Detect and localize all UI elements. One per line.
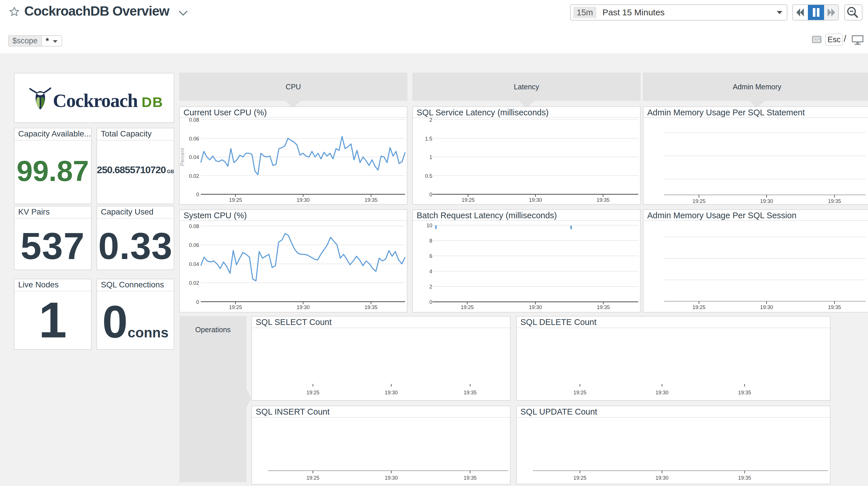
svg-text:0.04: 0.04	[189, 154, 199, 160]
svg-text:DB: DB	[142, 94, 163, 110]
svg-text:0.06: 0.06	[189, 242, 199, 248]
svg-text:1: 1	[429, 154, 432, 160]
svg-text:19:30: 19:30	[297, 197, 309, 203]
svg-text:19:35: 19:35	[597, 305, 610, 310]
svg-text:1.5: 1.5	[425, 136, 432, 142]
svg-text:0.08: 0.08	[189, 224, 199, 229]
svg-text:2: 2	[429, 117, 432, 123]
svg-text:19:35: 19:35	[738, 475, 751, 481]
svg-text:0.08: 0.08	[189, 117, 199, 123]
svg-text:19:35: 19:35	[463, 475, 476, 481]
svg-text:19:35: 19:35	[828, 305, 841, 310]
svg-text:0: 0	[429, 192, 432, 197]
svg-text:19:25: 19:25	[573, 390, 586, 396]
svg-text:19:35: 19:35	[364, 305, 377, 310]
svg-text:19:30: 19:30	[760, 198, 773, 204]
svg-text:19:30: 19:30	[297, 305, 309, 310]
svg-text:0.06: 0.06	[189, 136, 199, 142]
svg-text:0: 0	[429, 299, 432, 305]
svg-text:Cockroach: Cockroach	[53, 90, 138, 111]
svg-text:4: 4	[429, 268, 432, 275]
svg-text:19:25: 19:25	[306, 390, 319, 396]
svg-text:0.5: 0.5	[425, 173, 432, 179]
svg-text:19:25: 19:25	[573, 475, 586, 481]
svg-text:19:25: 19:25	[306, 475, 319, 481]
svg-text:0.02: 0.02	[189, 280, 199, 286]
svg-text:19:30: 19:30	[760, 305, 773, 310]
svg-text:0: 0	[196, 192, 199, 197]
svg-text:0: 0	[196, 299, 199, 305]
svg-text:6: 6	[429, 253, 432, 259]
svg-text:19:25: 19:25	[229, 197, 242, 203]
svg-text:19:30: 19:30	[529, 305, 542, 310]
svg-text:8: 8	[429, 238, 432, 244]
svg-text:19:25: 19:25	[461, 197, 474, 203]
svg-text:19:25: 19:25	[692, 305, 705, 310]
svg-text:19:25: 19:25	[692, 198, 705, 204]
svg-text:19:30: 19:30	[384, 390, 398, 396]
svg-text:19:35: 19:35	[596, 197, 610, 203]
svg-text:0.02: 0.02	[189, 173, 199, 179]
svg-text:19:25: 19:25	[229, 305, 242, 310]
svg-text:2: 2	[429, 284, 432, 290]
svg-text:19:35: 19:35	[738, 390, 751, 396]
svg-text:10: 10	[427, 223, 432, 228]
svg-text:Percent: Percent	[180, 148, 185, 166]
svg-text:19:30: 19:30	[384, 475, 398, 481]
svg-text:19:30: 19:30	[655, 475, 668, 481]
svg-text:0.04: 0.04	[189, 261, 199, 267]
svg-text:19:25: 19:25	[461, 305, 473, 310]
svg-text:19:35: 19:35	[463, 390, 476, 396]
svg-text:19:35: 19:35	[828, 198, 841, 204]
svg-text:19:35: 19:35	[364, 197, 377, 203]
svg-text:19:30: 19:30	[655, 390, 668, 396]
svg-text:19:30: 19:30	[529, 197, 542, 203]
